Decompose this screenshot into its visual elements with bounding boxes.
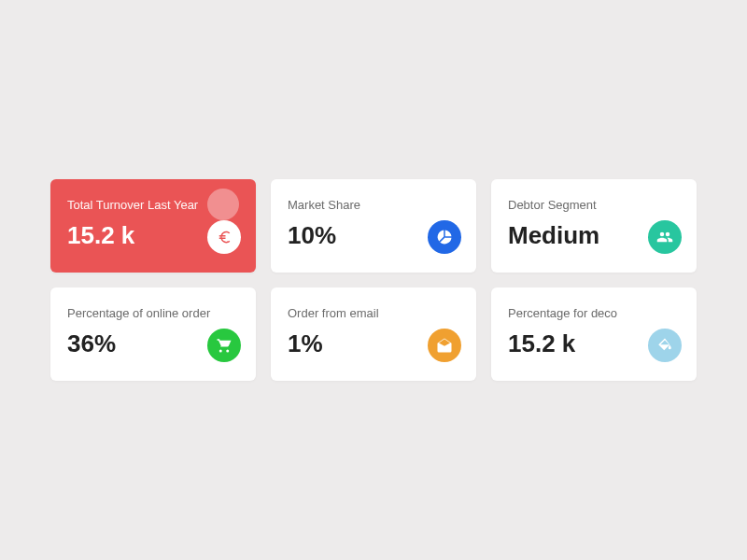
- pie-chart-icon: [428, 220, 461, 254]
- card-label: Order from email: [288, 306, 459, 320]
- card-label: Market Share: [288, 198, 459, 212]
- users-icon: [648, 220, 682, 254]
- shopping-cart-icon: [207, 329, 241, 362]
- paint-bucket-icon: [648, 329, 682, 362]
- card-label: Debtor Segment: [508, 198, 680, 212]
- card-debtor-segment[interactable]: Debtor Segment Medium: [491, 179, 697, 273]
- card-total-turnover[interactable]: Total Turnover Last Year 15.2 k: [50, 179, 256, 273]
- card-label: Total Turnover Last Year: [67, 198, 239, 212]
- metrics-grid: Total Turnover Last Year 15.2 k Market S…: [50, 179, 697, 381]
- card-order-email[interactable]: Order from email 1%: [271, 287, 476, 381]
- card-online-order[interactable]: Percentage of online order 36%: [50, 287, 256, 381]
- euro-icon: [207, 220, 241, 254]
- card-market-share[interactable]: Market Share 10%: [271, 179, 476, 273]
- envelope-open-icon: [428, 329, 461, 362]
- card-label: Percentage for deco: [508, 306, 680, 320]
- card-label: Percentage of online order: [67, 306, 239, 320]
- card-deco-percentage[interactable]: Percentage for deco 15.2 k: [491, 287, 697, 381]
